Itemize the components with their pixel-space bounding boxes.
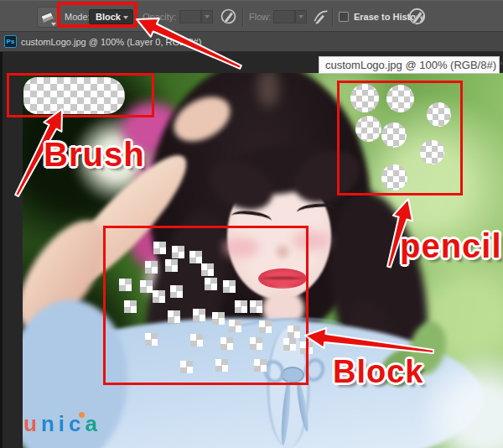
pen-pressure-size-icon[interactable] [407,7,427,26]
airbrush-icon[interactable] [312,8,329,25]
watermark-letter: n [41,411,59,436]
document-tooltip: customLogo.jpg @ 100% (RGB/8#) * [319,56,500,74]
watermark-letter: i [59,411,69,436]
unica-watermark: unica [23,411,101,437]
opacity-chevron-button[interactable] [201,10,213,23]
document-tab[interactable]: Ps customLogo.jpg @ 100% (Layer 0, RGB/8… [0,32,503,51]
eraser-options-bar: Mode: Block Opacity: Flow: Erase to Hist… [0,0,503,32]
opacity-label: Opacity: [143,12,176,22]
pasteboard-edge [0,52,3,448]
opacity-field[interactable] [179,10,201,23]
photo-nose [274,241,291,263]
chevron-down-icon [123,16,128,19]
photoshop-window: Mode: Block Opacity: Flow: Erase to Hist… [0,0,503,448]
flow-field[interactable] [273,10,295,23]
mode-value: Block [96,12,121,22]
erase-to-history-checkbox[interactable] [339,12,349,22]
watermark-letter: u [23,411,41,436]
separator [332,8,333,26]
eraser-tool-preset-button[interactable] [37,7,58,28]
preset-caret-icon [51,23,56,26]
photo-canvas[interactable] [23,73,503,448]
photo-mouth-line [262,277,303,279]
flow-label: Flow: [249,12,271,22]
chevron-down-icon [205,15,210,18]
watermark-letter: a [85,411,101,436]
document-tab-title: customLogo.jpg @ 100% (Layer 0, RGB/8#) [21,37,201,47]
pen-pressure-opacity-icon[interactable] [220,8,237,25]
photo-blush [293,231,329,251]
flow-chevron-button[interactable] [295,10,307,23]
separator [242,8,243,26]
watermark-i-dot [79,412,85,418]
mode-label: Mode: [65,12,91,22]
document-tab-bar: Ps customLogo.jpg @ 100% (Layer 0, RGB/8… [0,32,503,52]
chevron-down-icon [298,15,303,18]
ps-file-icon: Ps [4,35,17,48]
photo-blush [224,237,259,258]
mode-dropdown[interactable]: Block [89,9,133,24]
